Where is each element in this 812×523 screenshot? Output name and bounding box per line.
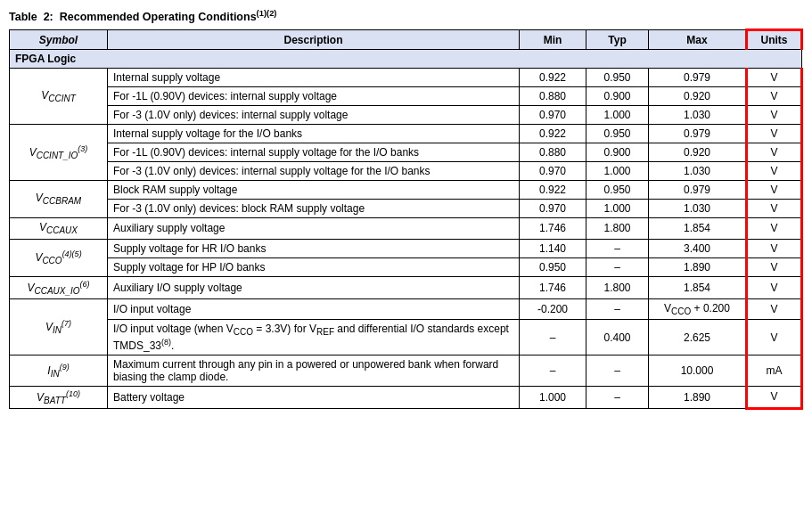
table-row: VBATT(10) Battery voltage 1.000 – 1.890 … (10, 386, 802, 408)
symbol-vccint-io: VCCINT_IO(3) (10, 125, 108, 181)
symbol-vccaux: VCCAUX (10, 218, 108, 239)
desc-cell: Supply voltage for HP I/O banks (108, 257, 520, 276)
typ-cell: 0.950 (586, 181, 649, 200)
max-cell: 0.920 (649, 143, 747, 162)
typ-cell: 1.000 (586, 106, 649, 125)
typ-cell: 1.800 (586, 276, 649, 298)
min-cell: 0.922 (520, 69, 586, 87)
units-cell: V (747, 298, 802, 319)
max-cell: 1.854 (649, 218, 747, 239)
max-cell: 0.979 (649, 181, 747, 200)
desc-cell: Internal supply voltage for the I/O bank… (108, 125, 520, 143)
table-row: VCCINT Internal supply voltage 0.922 0.9… (10, 69, 802, 87)
header-units: Units (747, 30, 802, 50)
typ-cell: 1.800 (586, 218, 649, 239)
typ-cell: – (586, 239, 649, 257)
header-max: Max (649, 30, 747, 50)
min-cell: 1.746 (520, 218, 586, 239)
desc-cell: I/O input voltage (108, 298, 520, 319)
min-cell: 0.922 (520, 125, 586, 143)
min-cell: 0.880 (520, 87, 586, 106)
header-description: Description (108, 30, 520, 50)
max-cell: 1.030 (649, 162, 747, 181)
desc-cell: Battery voltage (108, 386, 520, 408)
typ-cell: 0.900 (586, 143, 649, 162)
table-row: For -1L (0.90V) devices: internal supply… (10, 143, 802, 162)
max-cell: 0.979 (649, 125, 747, 143)
typ-cell: 0.950 (586, 69, 649, 87)
table-row: For -3 (1.0V only) devices: block RAM su… (10, 200, 802, 218)
units-cell: V (747, 320, 802, 355)
units-cell: V (747, 87, 802, 106)
typ-cell: – (586, 386, 649, 408)
table-row: For -1L (0.90V) devices: internal supply… (10, 87, 802, 106)
max-cell: 1.030 (649, 200, 747, 218)
header-typ: Typ (586, 30, 649, 50)
min-cell: 1.000 (520, 386, 586, 408)
symbol-vcco: VCCO(4)(5) (10, 239, 108, 276)
table-row: For -3 (1.0V only) devices: internal sup… (10, 162, 802, 181)
units-cell: V (747, 181, 802, 200)
typ-cell: – (586, 298, 649, 319)
table-row: VIN(7) I/O input voltage -0.200 – VCCO +… (10, 298, 802, 319)
max-cell: 1.890 (649, 257, 747, 276)
min-cell: 1.140 (520, 239, 586, 257)
typ-cell: – (586, 355, 649, 386)
table-row: For -3 (1.0V only) devices: internal sup… (10, 106, 802, 125)
typ-cell: 0.900 (586, 87, 649, 106)
max-cell: 0.979 (649, 69, 747, 87)
typ-cell: 0.400 (586, 320, 649, 355)
table-row: IIN(9) Maximum current through any pin i… (10, 355, 802, 386)
min-cell: 1.746 (520, 276, 586, 298)
header-symbol: Symbol (10, 30, 108, 50)
table-row: VCCAUX Auxiliary supply voltage 1.746 1.… (10, 218, 802, 239)
header-min: Min (520, 30, 586, 50)
table-row: VCCBRAM Block RAM supply voltage 0.922 0… (10, 181, 802, 200)
min-cell: 0.970 (520, 200, 586, 218)
desc-cell: Internal supply voltage (108, 69, 520, 87)
units-cell: V (747, 239, 802, 257)
desc-cell: I/O input voltage (when VCCO = 3.3V) for… (108, 320, 520, 355)
table-row: VCCINT_IO(3) Internal supply voltage for… (10, 125, 802, 143)
min-cell: 0.950 (520, 257, 586, 276)
table-row: Supply voltage for HP I/O banks 0.950 – … (10, 257, 802, 276)
max-cell: 1.890 (649, 386, 747, 408)
typ-cell: 0.950 (586, 125, 649, 143)
section-header-fpga: FPGA Logic (10, 50, 802, 69)
min-cell: 0.880 (520, 143, 586, 162)
max-cell: 0.920 (649, 87, 747, 106)
units-cell: V (747, 162, 802, 181)
desc-cell: For -1L (0.90V) devices: internal supply… (108, 87, 520, 106)
units-cell: V (747, 218, 802, 239)
max-cell: 1.030 (649, 106, 747, 125)
units-cell: mA (747, 355, 802, 386)
min-cell: 0.922 (520, 181, 586, 200)
desc-cell: Auxiliary I/O supply voltage (108, 276, 520, 298)
units-cell: V (747, 200, 802, 218)
typ-cell: 1.000 (586, 200, 649, 218)
desc-cell: Auxiliary supply voltage (108, 218, 520, 239)
units-cell: V (747, 125, 802, 143)
units-cell: V (747, 69, 802, 87)
max-cell: 10.000 (649, 355, 747, 386)
table-row: I/O input voltage (when VCCO = 3.3V) for… (10, 320, 802, 355)
symbol-iin: IIN(9) (10, 355, 108, 386)
min-cell: 0.970 (520, 162, 586, 181)
units-cell: V (747, 386, 802, 408)
desc-cell: Block RAM supply voltage (108, 181, 520, 200)
max-cell: 2.625 (649, 320, 747, 355)
typ-cell: – (586, 257, 649, 276)
symbol-vin: VIN(7) (10, 298, 108, 355)
symbol-vccbram: VCCBRAM (10, 181, 108, 218)
symbol-vbatt: VBATT(10) (10, 386, 108, 408)
units-cell: V (747, 143, 802, 162)
max-cell: 1.854 (649, 276, 747, 298)
desc-cell: Supply voltage for HR I/O banks (108, 239, 520, 257)
units-cell: V (747, 257, 802, 276)
typ-cell: 1.000 (586, 162, 649, 181)
table-title: Table 2: Recommended Operating Condition… (9, 9, 803, 23)
desc-cell: For -3 (1.0V only) devices: block RAM su… (108, 200, 520, 218)
header-row: Symbol Description Min Typ Max Units (10, 30, 802, 50)
max-cell: 3.400 (649, 239, 747, 257)
symbol-vccaux-io: VCCAUX_IO(6) (10, 276, 108, 298)
